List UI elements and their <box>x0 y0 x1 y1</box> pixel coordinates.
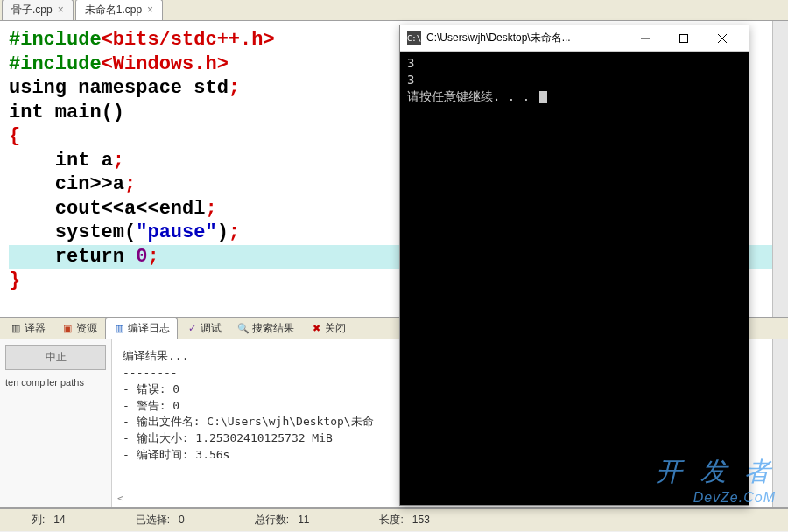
paren: ( <box>124 221 136 243</box>
operator: << <box>102 198 124 220</box>
status-bar: 列: 14 已选择: 0 总行数: 11 长度: 153 <box>0 508 788 531</box>
minimize-button[interactable] <box>626 26 665 51</box>
paren: ) <box>217 221 229 243</box>
operator: >> <box>89 173 112 195</box>
keyword: #include <box>9 29 102 51</box>
identifier: cin <box>55 173 90 195</box>
keyword: int <box>9 102 44 123</box>
tab-compiler[interactable]: ▥译器 <box>2 318 53 340</box>
console-window[interactable]: C:\ C:\Users\wjh\Desktop\未命名... 3 3 请按任意… <box>399 24 749 506</box>
tab-label: 译器 <box>25 321 46 336</box>
punct: ; <box>205 198 216 220</box>
tab-label: 未命名1.cpp <box>85 4 142 16</box>
cursor-icon <box>539 91 547 103</box>
identifier: a <box>124 198 136 220</box>
keyword: namespace <box>78 77 182 99</box>
tab-label: 搜索结果 <box>252 321 294 336</box>
close-window-button[interactable] <box>703 26 742 51</box>
keyword: using <box>9 77 67 99</box>
tab-search-results[interactable]: 🔍搜索结果 <box>229 318 302 340</box>
angle-include: <Windows.h> <box>102 53 229 75</box>
punct: ; <box>229 221 240 243</box>
punct: ; <box>147 246 158 268</box>
shorten-paths-option[interactable]: ten compiler paths <box>5 377 106 388</box>
string: "pause" <box>136 221 216 243</box>
brace: } <box>9 270 20 291</box>
file-tabs: 骨子.cpp× 未命名1.cpp× <box>0 0 788 21</box>
maximize-button[interactable] <box>665 26 703 51</box>
punct: ; <box>113 150 124 172</box>
angle-include: <bits/stdc++.h> <box>102 29 275 51</box>
identifier: cout <box>55 198 102 220</box>
close-icon: ✖ <box>310 322 322 334</box>
compiler-icon: ▥ <box>10 322 22 334</box>
tab-label: 骨子.cpp <box>11 4 53 16</box>
console-titlebar[interactable]: C:\ C:\Users\wjh\Desktop\未命名... <box>400 25 749 52</box>
search-icon: 🔍 <box>237 322 250 334</box>
brace: { <box>9 125 20 147</box>
panel-sidebar: 中止 ten compiler paths <box>0 340 112 508</box>
keyword: int <box>55 150 90 172</box>
console-line: 3 <box>407 72 742 88</box>
console-output: 3 3 请按任意键继续. . . <box>400 52 749 108</box>
tab-label: 关闭 <box>325 321 346 336</box>
tab-label: 调试 <box>201 321 222 336</box>
console-line: 请按任意键继续. . . <box>407 88 742 105</box>
resources-icon: ▣ <box>61 322 74 334</box>
operator: << <box>136 198 158 220</box>
console-line: 3 <box>407 55 742 72</box>
identifier: a <box>102 150 113 172</box>
tab-label: 编译日志 <box>128 321 170 336</box>
status-selected: 已选择: 0 <box>136 513 185 528</box>
tab-compile-log[interactable]: ▥编译日志 <box>105 318 178 340</box>
log-icon: ▥ <box>113 322 125 334</box>
tab-resources[interactable]: ▣资源 <box>53 318 105 340</box>
abort-button[interactable]: 中止 <box>5 345 106 370</box>
check-icon: ✓ <box>186 322 198 334</box>
console-icon: C:\ <box>407 32 421 46</box>
status-total-lines: 总行数: 11 <box>255 513 310 528</box>
scroll-left-icon[interactable]: < <box>117 492 123 506</box>
panel-scrollbar[interactable] <box>772 340 788 508</box>
identifier: main <box>55 102 102 123</box>
paren: () <box>102 102 124 123</box>
identifier: a <box>113 173 124 195</box>
status-length: 长度: 153 <box>379 513 429 528</box>
identifier: std <box>193 77 229 99</box>
identifier: endl <box>159 198 206 220</box>
close-icon[interactable]: × <box>147 4 153 16</box>
tab-label: 资源 <box>76 321 97 336</box>
svg-rect-1 <box>680 34 688 42</box>
editor-scrollbar[interactable] <box>772 21 788 317</box>
number: 0 <box>136 246 147 268</box>
console-title-text: C:\Users\wjh\Desktop\未命名... <box>426 31 626 46</box>
tab-debug[interactable]: ✓调试 <box>178 318 229 340</box>
tab-close[interactable]: ✖关闭 <box>302 318 354 340</box>
file-tab-2[interactable]: 未命名1.cpp× <box>75 0 163 20</box>
identifier: system <box>55 221 124 243</box>
keyword: return <box>55 246 124 268</box>
punct: ; <box>124 173 136 195</box>
keyword: #include <box>9 53 102 75</box>
punct: ; <box>229 77 240 99</box>
status-column: 列: 14 <box>32 513 66 528</box>
close-icon[interactable]: × <box>58 4 64 16</box>
file-tab-1[interactable]: 骨子.cpp× <box>2 0 74 20</box>
